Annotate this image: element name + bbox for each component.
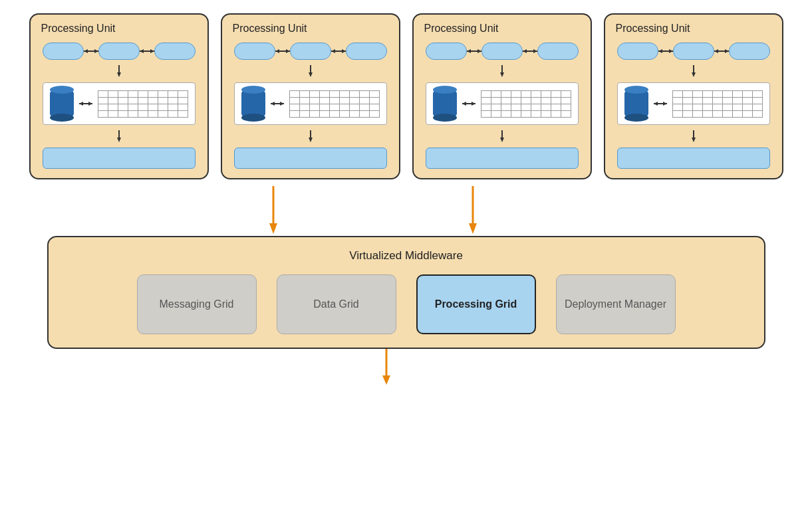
deployment-manager-label: Deployment Manager — [565, 298, 666, 310]
arrow-down-3 — [497, 65, 507, 77]
arrow-bidir-cyl-4 — [654, 99, 667, 108]
capsule-2b — [290, 43, 331, 60]
cylinder-4 — [624, 88, 648, 119]
processing-unit-2: Processing Unit — [221, 13, 400, 179]
svg-marker-22 — [271, 102, 275, 106]
bottom-bar-2 — [234, 148, 387, 169]
capsules-row-3 — [422, 43, 583, 60]
svg-marker-15 — [286, 49, 290, 53]
processing-unit-4: Processing Unit — [604, 13, 783, 179]
data-grid-component[interactable]: Data Grid — [277, 274, 396, 334]
arrow-down-4 — [689, 65, 698, 77]
data-grid-label: Data Grid — [313, 298, 358, 310]
arrow-down-to-bar-2 — [306, 130, 315, 142]
svg-marker-30 — [523, 49, 527, 53]
middleware-title: Virtualized Middleware — [68, 249, 744, 262]
capsule-4b — [673, 43, 714, 60]
arrow-down-2 — [306, 65, 315, 77]
capsules-row-1 — [39, 43, 200, 60]
layout-wrapper: Processing Unit — [14, 13, 799, 385]
bottom-bar-1 — [43, 148, 196, 169]
arrow-down-to-bar-3 — [497, 130, 507, 142]
svg-marker-51 — [692, 138, 696, 142]
capsule-1c — [154, 43, 196, 60]
bottom-bar-3 — [426, 148, 579, 169]
capsules-row-4 — [613, 43, 774, 60]
svg-marker-57 — [382, 375, 390, 385]
capsule-2a — [234, 43, 275, 60]
bottom-arrow-container — [14, 349, 759, 385]
arrow-bidir-cyl-2 — [271, 99, 284, 108]
svg-marker-36 — [472, 102, 475, 106]
pu-title-4: Processing Unit — [613, 23, 690, 35]
pu-title-2: Processing Unit — [230, 23, 307, 35]
inner-box-1 — [43, 82, 196, 125]
grid-2 — [289, 90, 380, 118]
svg-marker-49 — [663, 102, 667, 106]
arrow-down-to-bar-1 — [114, 130, 124, 142]
bottom-arrow-svg — [353, 349, 420, 385]
svg-marker-9 — [79, 102, 83, 106]
svg-marker-7 — [117, 72, 121, 77]
capsule-3c — [537, 43, 579, 60]
pu-title-1: Processing Unit — [39, 23, 116, 35]
capsule-3a — [426, 43, 467, 60]
inner-box-3 — [426, 82, 579, 125]
svg-marker-35 — [462, 102, 466, 106]
cylinder-1 — [50, 88, 74, 119]
arrow-bidirh-3a — [467, 47, 481, 56]
svg-marker-12 — [117, 138, 121, 142]
svg-marker-46 — [692, 72, 696, 77]
arrow-bidirh-2b — [331, 47, 346, 56]
processing-unit-1: Processing Unit — [29, 13, 209, 179]
cylinder-2 — [241, 88, 265, 119]
processing-grid-label: Processing Grid — [435, 298, 517, 310]
svg-marker-28 — [477, 49, 481, 53]
processing-grid-component[interactable]: Processing Grid — [416, 274, 536, 334]
middleware-box: Virtualized Middleware Messaging Grid Da… — [47, 236, 765, 349]
capsule-4a — [617, 43, 658, 60]
processing-units-row: Processing Unit — [14, 13, 799, 179]
arrow-bidirh-4a — [658, 47, 673, 56]
messaging-grid-component[interactable]: Messaging Grid — [137, 274, 257, 334]
svg-marker-14 — [275, 49, 279, 53]
svg-marker-48 — [654, 102, 658, 106]
capsule-3b — [481, 43, 523, 60]
svg-marker-44 — [725, 49, 729, 53]
capsule-2c — [346, 43, 387, 60]
deployment-manager-component[interactable]: Deployment Manager — [556, 274, 676, 334]
svg-marker-17 — [331, 49, 335, 53]
capsule-1b — [98, 43, 140, 60]
grid-4 — [672, 90, 763, 118]
arrow-down-to-bar-4 — [689, 130, 698, 142]
main-container: Processing Unit — [0, 0, 812, 517]
svg-marker-41 — [669, 49, 673, 53]
grid-3 — [481, 90, 571, 118]
capsule-4c — [729, 43, 770, 60]
svg-marker-38 — [500, 138, 504, 142]
svg-marker-1 — [84, 49, 88, 53]
inner-box-4 — [617, 82, 770, 125]
arrow-bidirh-1a — [84, 47, 98, 56]
arrow-bidir-cyl-3 — [462, 99, 475, 108]
svg-marker-43 — [714, 49, 718, 53]
connector-svg — [34, 179, 779, 236]
arrow-bidirh-1b — [140, 47, 154, 56]
cylinder-3 — [433, 88, 457, 119]
svg-marker-23 — [280, 102, 284, 106]
svg-marker-2 — [94, 49, 98, 53]
arrow-bidirh-4b — [714, 47, 729, 56]
processing-unit-3: Processing Unit — [412, 13, 592, 179]
svg-marker-33 — [500, 72, 504, 77]
svg-marker-40 — [658, 49, 662, 53]
messaging-grid-label: Messaging Grid — [159, 298, 233, 310]
arrow-down-1 — [114, 65, 124, 77]
svg-marker-53 — [269, 223, 277, 234]
arrow-bidir-cyl-1 — [79, 99, 92, 108]
arrow-bidirh-3b — [523, 47, 537, 56]
svg-marker-25 — [309, 138, 313, 142]
connector-arrows — [34, 179, 779, 236]
svg-marker-18 — [342, 49, 346, 53]
inner-box-2 — [234, 82, 387, 125]
svg-marker-27 — [467, 49, 471, 53]
